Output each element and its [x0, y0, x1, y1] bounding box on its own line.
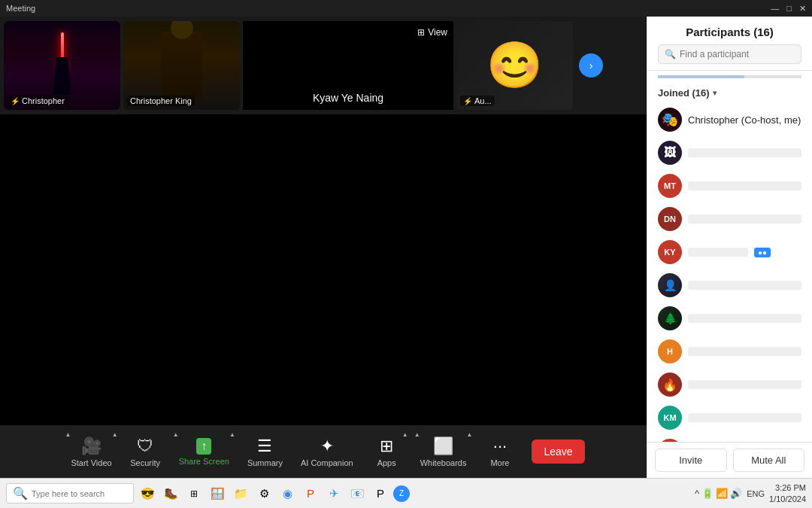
share-screen-label: Share Screen	[179, 457, 229, 466]
summary-icon: ☰	[257, 437, 272, 456]
participant-name-p2-blurred	[688, 148, 801, 157]
apps-icon: ⊞	[380, 437, 393, 456]
search-input[interactable]	[680, 49, 795, 59]
active-speaker-area[interactable]: ⊞ View Kyaw Ye Naing	[243, 21, 453, 110]
invite-button[interactable]: Invite	[655, 449, 727, 472]
clock-date: 1/10/2024	[769, 494, 806, 504]
apps-button[interactable]: ⊞ Apps ▲	[362, 425, 411, 478]
share-screen-button[interactable]: ▲ ↑ Share Screen ▲	[170, 425, 238, 478]
participant-list: 🎭 Christopher (Co-host, me) 🖼 MT DN KY	[647, 103, 812, 442]
leave-button[interactable]: Leave	[532, 440, 584, 464]
view-button[interactable]: ⊞ View	[417, 27, 447, 38]
window-title: Meeting	[6, 4, 35, 13]
joker-head	[171, 21, 193, 39]
ai-companion-icon: ✦	[320, 437, 334, 456]
participant-name-p9-blurred	[688, 380, 801, 389]
taskbar-icon-sunglasses[interactable]: 😎	[137, 483, 158, 504]
start-video-button[interactable]: ▲ 🎥 Start Video ▲	[62, 425, 120, 478]
participant-tile-aurora[interactable]: 😊 ⚡ Au...	[456, 21, 573, 110]
minimize-button[interactable]: —	[771, 4, 779, 14]
start-video-icon: 🎥	[81, 437, 102, 456]
joker-body	[161, 32, 202, 99]
taskbar: 🔍 😎 🥾 ⊞ 🪟 📁 ⚙ ◉ P ✈ 📧 P Z ^ 🔋 📶 🔊 ENG 3:…	[0, 478, 812, 508]
participant-row-p9[interactable]: 🔥	[647, 368, 812, 401]
participant-row-km[interactable]: KM	[647, 401, 812, 434]
participant-name-km-blurred	[688, 413, 801, 422]
wb-expand-right-icon[interactable]: ▲	[467, 431, 473, 438]
taskbar-icon-zoom[interactable]: Z	[393, 485, 410, 502]
participant-name-ky-blurred	[688, 248, 748, 257]
tile-label-christopher: ⚡ Christopher	[8, 96, 68, 106]
nav-arrow-icon: ›	[589, 59, 593, 71]
participant-tile-christopher[interactable]: ⚡ Christopher	[4, 21, 120, 110]
summary-label: Summary	[247, 458, 283, 467]
sys-tray-battery: 🔋	[701, 488, 714, 499]
share-expand-left-icon[interactable]: ▲	[173, 431, 179, 438]
taskbar-search[interactable]: 🔍	[6, 483, 134, 503]
taskbar-icon-start[interactable]: 🪟	[207, 483, 228, 504]
mute-icon-aurora: ⚡	[463, 97, 472, 105]
joined-header[interactable]: Joined (16) ▾	[647, 83, 812, 103]
participant-row-h[interactable]: H	[647, 335, 812, 368]
participant-row-p7[interactable]: 🌲	[647, 302, 812, 335]
video-area: ⚡ Christopher Christopher King ⊞	[0, 17, 647, 478]
share-screen-icon: ↑	[196, 438, 211, 455]
mute-icon-christopher: ⚡	[11, 97, 20, 105]
close-button[interactable]: ✕	[799, 4, 806, 14]
taskbar-icon-outlook[interactable]: 📧	[347, 483, 368, 504]
participant-name-christopher: Christopher (Co-host, me)	[688, 114, 801, 126]
lang-indicator: ENG	[747, 489, 765, 498]
taskbar-icon-settings[interactable]: ⚙	[253, 483, 274, 504]
taskbar-icon-telegram[interactable]: ✈	[323, 483, 344, 504]
participant-row-kt[interactable]: KT Kyaw Tun...	[647, 434, 812, 442]
loading-bar-fill	[658, 75, 744, 78]
sys-tray-volume[interactable]: 🔊	[730, 488, 742, 499]
expand-left-icon[interactable]: ▲	[65, 431, 71, 438]
toolbar: ▲ 🎥 Start Video ▲ 🛡 Security ▲ ↑ Share S…	[0, 425, 647, 478]
security-icon: 🛡	[137, 437, 153, 456]
taskbar-search-icon: 🔍	[13, 486, 28, 500]
window-controls: — □ ✕	[771, 4, 806, 14]
ai-companion-button[interactable]: ✦ AI Companion	[292, 425, 362, 478]
taskbar-icon-boot[interactable]: 🥾	[160, 483, 181, 504]
avatar-p6: 👤	[658, 273, 682, 297]
joined-label: Joined (16)	[658, 87, 710, 99]
taskbar-icon-chrome[interactable]: ◉	[277, 483, 298, 504]
taskbar-icon-powerpoint[interactable]: P	[300, 483, 321, 504]
wb-expand-left-icon[interactable]: ▲	[414, 431, 420, 438]
sys-tray-up-arrow[interactable]: ^	[695, 488, 699, 499]
participant-tile-christopher-king[interactable]: Christopher King	[123, 21, 240, 110]
security-button[interactable]: 🛡 Security	[121, 425, 170, 478]
participant-row-p2[interactable]: 🖼	[647, 136, 812, 169]
participant-row-mt[interactable]: MT	[647, 169, 812, 202]
clock-time: 3:26 PM	[769, 482, 806, 493]
participant-name-mt-blurred	[688, 181, 801, 190]
participant-row-ky[interactable]: KY ●●	[647, 236, 812, 269]
summary-button[interactable]: ☰ Summary	[238, 425, 292, 478]
participant-row-dn[interactable]: DN	[647, 202, 812, 236]
participant-row-p6[interactable]: 👤	[647, 269, 812, 302]
taskbar-icon-taskview[interactable]: ⊞	[183, 483, 205, 504]
participant-row-christopher[interactable]: 🎭 Christopher (Co-host, me)	[647, 103, 812, 136]
participant-name-p7-blurred	[688, 314, 801, 323]
next-participants-button[interactable]: ›	[579, 53, 603, 78]
expand-right-icon[interactable]: ▲	[112, 431, 118, 438]
participant-name-dn-blurred	[688, 214, 801, 224]
share-expand-right-icon[interactable]: ▲	[229, 431, 235, 438]
search-icon: 🔍	[665, 49, 676, 59]
maximize-button[interactable]: □	[786, 4, 792, 14]
taskbar-icon-app1[interactable]: P	[370, 483, 391, 504]
panel-header: Participants (16) 🔍	[647, 17, 812, 71]
avatar-p9: 🔥	[658, 373, 682, 397]
more-label: More	[490, 458, 509, 467]
ky-status-badge: ●●	[754, 248, 771, 257]
more-button[interactable]: ··· More	[475, 425, 524, 478]
taskbar-icon-explorer[interactable]: 📁	[230, 483, 251, 504]
whiteboards-button[interactable]: ▲ ⬜ Whiteboards ▲	[411, 425, 476, 478]
avatar-dn: DN	[658, 207, 682, 231]
mute-all-button[interactable]: Mute All	[733, 449, 805, 472]
main-area: ⚡ Christopher Christopher King ⊞	[0, 17, 812, 478]
search-box[interactable]: 🔍	[658, 44, 801, 64]
taskbar-search-input[interactable]	[32, 489, 129, 498]
apps-expand-icon[interactable]: ▲	[402, 431, 408, 438]
